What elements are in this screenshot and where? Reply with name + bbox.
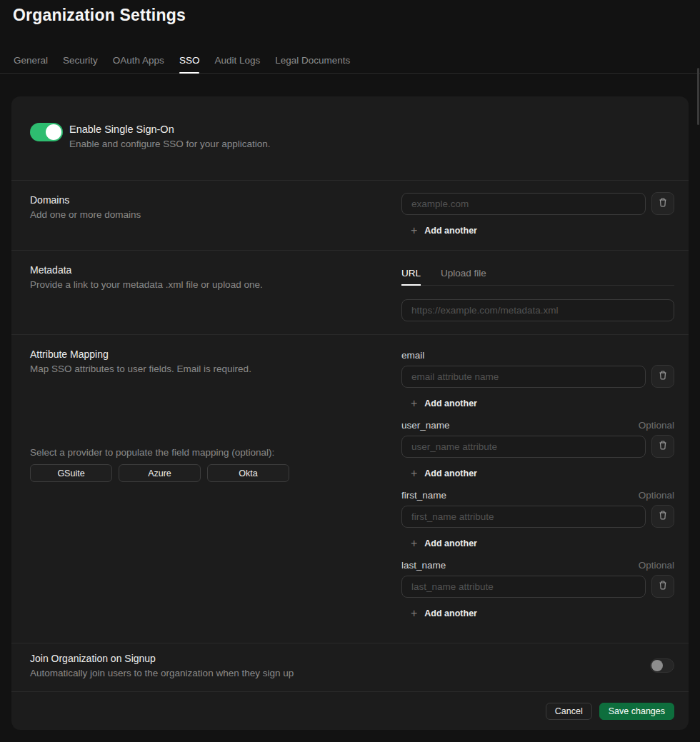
tab-legal-documents[interactable]: Legal Documents: [275, 55, 350, 73]
first-name-attribute-input[interactable]: [401, 506, 646, 528]
domains-section: Domains Add one or more domains + Add an…: [11, 180, 689, 250]
email-attribute-input[interactable]: [401, 366, 646, 388]
add-domain-button[interactable]: + Add another: [411, 225, 477, 236]
user-name-attribute-input[interactable]: [401, 436, 646, 458]
trash-icon: [658, 580, 668, 593]
plus-icon: +: [411, 398, 417, 408]
optional-badge: Optional: [639, 560, 674, 571]
tab-audit-logs[interactable]: Audit Logs: [214, 55, 260, 73]
join-signup-section: Join Organization on Signup Automaticall…: [11, 643, 689, 691]
delete-first-name-attribute-button[interactable]: [651, 505, 674, 528]
provider-okta-button[interactable]: Okta: [207, 464, 289, 482]
tab-security[interactable]: Security: [63, 55, 98, 73]
trash-icon: [658, 370, 668, 383]
metadata-url-input[interactable]: [401, 299, 674, 321]
metadata-title: Metadata: [30, 264, 401, 276]
tab-sso[interactable]: SSO: [179, 55, 200, 73]
attr-label-email: email: [401, 349, 424, 361]
attr-label-user-name: user_name: [401, 419, 450, 431]
cancel-button[interactable]: Cancel: [546, 703, 592, 720]
attribute-mapping-title: Attribute Mapping: [30, 348, 401, 361]
attribute-mapping-section: Attribute Mapping Map SSO attributes to …: [11, 334, 689, 643]
delete-email-attribute-button[interactable]: [651, 365, 674, 388]
delete-domain-button[interactable]: [651, 192, 674, 215]
join-signup-title: Join Organization on Signup: [30, 652, 294, 665]
metadata-section: Metadata Provide a link to your metadata…: [11, 250, 689, 334]
delete-user-name-attribute-button[interactable]: [651, 435, 674, 458]
join-signup-description: Automatically join users to the organiza…: [30, 667, 294, 680]
domain-input[interactable]: [401, 193, 646, 215]
provider-azure-button[interactable]: Azure: [119, 464, 201, 482]
last-name-attribute-input[interactable]: [401, 576, 646, 598]
enable-sso-section: Enable Single Sign-On Enable and configu…: [11, 96, 689, 180]
attribute-mapping-description: Map SSO attributes to user fields. Email…: [30, 363, 401, 376]
attr-row-last-name: last_name Optional +: [401, 559, 674, 618]
sso-settings-card: Enable Single Sign-On Enable and configu…: [11, 96, 689, 730]
trash-icon: [658, 440, 668, 453]
optional-badge: Optional: [639, 490, 674, 501]
enable-sso-label: Enable Single Sign-On: [69, 123, 270, 136]
enable-sso-toggle[interactable]: [30, 123, 63, 141]
plus-icon: +: [411, 468, 417, 478]
toggle-knob: [46, 124, 61, 140]
attr-label-last-name: last_name: [401, 559, 446, 571]
plus-icon: +: [411, 608, 417, 618]
provider-buttons: GSuite Azure Okta: [30, 464, 401, 482]
attr-row-email: email + Add another: [401, 349, 674, 408]
page-title: Organization Settings: [13, 6, 186, 25]
add-user-name-attribute-button[interactable]: + Add another: [411, 468, 477, 478]
attr-row-first-name: first_name Optional +: [401, 489, 674, 548]
metadata-description: Provide a link to your metadata .xml fil…: [30, 279, 401, 291]
optional-badge: Optional: [639, 420, 674, 431]
add-first-name-attribute-button[interactable]: + Add another: [411, 538, 477, 548]
tab-general[interactable]: General: [14, 55, 48, 73]
tab-bar: General Security OAuth Apps SSO Audit Lo…: [0, 50, 700, 74]
save-changes-button[interactable]: Save changes: [599, 703, 674, 720]
provider-gsuite-button[interactable]: GSuite: [30, 464, 112, 482]
join-signup-toggle[interactable]: [650, 658, 674, 673]
metadata-source-tabs: URL Upload file: [401, 268, 674, 286]
enable-sso-description: Enable and configure SSO for your applic…: [69, 138, 270, 151]
toggle-knob: [651, 660, 663, 671]
attr-label-first-name: first_name: [401, 489, 446, 501]
domains-title: Domains: [30, 194, 401, 206]
domains-description: Add one or more domains: [30, 209, 401, 221]
metadata-tab-upload-file[interactable]: Upload file: [441, 268, 486, 279]
provider-hint: Select a provider to populate the field …: [30, 447, 401, 458]
footer-actions: Cancel Save changes: [11, 691, 689, 730]
scrollbar-thumb[interactable]: [697, 68, 699, 125]
attr-row-user-name: user_name Optional +: [401, 419, 674, 478]
metadata-tab-url[interactable]: URL: [401, 268, 421, 279]
tab-oauth-apps[interactable]: OAuth Apps: [113, 55, 164, 73]
trash-icon: [658, 510, 668, 523]
delete-last-name-attribute-button[interactable]: [651, 575, 674, 598]
add-last-name-attribute-button[interactable]: + Add another: [411, 608, 477, 618]
plus-icon: +: [411, 538, 417, 548]
trash-icon: [658, 197, 668, 211]
plus-icon: +: [411, 225, 417, 236]
add-email-attribute-button[interactable]: + Add another: [411, 398, 477, 408]
